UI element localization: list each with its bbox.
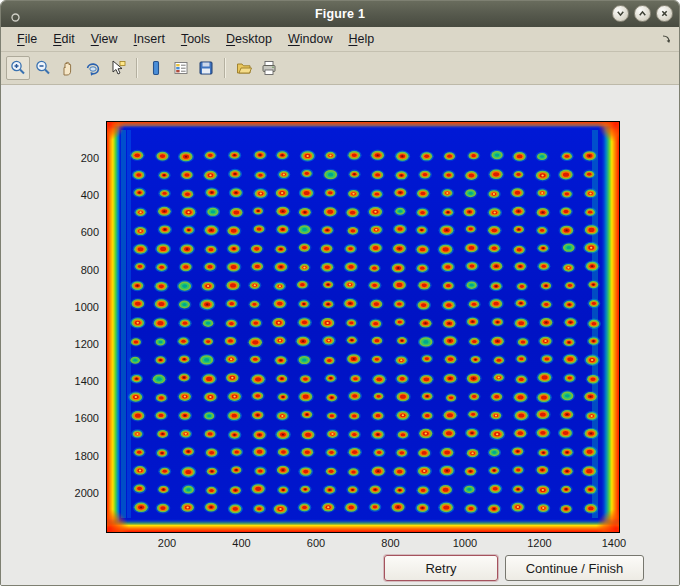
x-tick-label: 1200: [518, 537, 562, 549]
save-figure-button[interactable]: [194, 56, 218, 80]
folder-open-icon: [235, 59, 253, 77]
x-tick-label: 800: [369, 537, 413, 549]
x-tick-label: 400: [220, 537, 264, 549]
toolbar: [1, 52, 679, 85]
zoom-out-icon: [34, 59, 52, 77]
y-tick-label: 1400: [59, 375, 99, 387]
titlebar[interactable]: Figure 1: [1, 1, 679, 27]
chevron-down-icon: [615, 8, 626, 19]
window-menu-icon[interactable]: [10, 9, 21, 20]
y-tick-label: 1000: [59, 301, 99, 313]
y-tick-label: 1200: [59, 338, 99, 350]
y-tick-label: 400: [59, 189, 99, 201]
insert-colorbar-button[interactable]: [144, 56, 168, 80]
hand-icon: [59, 59, 77, 77]
y-tick-label: 600: [59, 226, 99, 238]
data-cursor-button[interactable]: [106, 56, 130, 80]
window-controls: [612, 5, 673, 22]
maximize-button[interactable]: [634, 5, 651, 22]
menu-help[interactable]: Help: [340, 29, 382, 49]
save-icon: [197, 59, 215, 77]
rotate-icon: [84, 59, 102, 77]
shade-button[interactable]: [612, 5, 629, 22]
y-tick-label: 200: [59, 152, 99, 164]
figure-window: Figure 1 File Edit View Insert Tools Des…: [0, 0, 680, 586]
y-tick-label: 1800: [59, 450, 99, 462]
print-figure-button[interactable]: [257, 56, 281, 80]
menu-tools[interactable]: Tools: [173, 29, 218, 49]
open-file-button[interactable]: [232, 56, 256, 80]
colorbar-icon: [147, 59, 165, 77]
heatmap-image[interactable]: [107, 122, 619, 532]
rotate-3d-button[interactable]: [81, 56, 105, 80]
pan-button[interactable]: [56, 56, 80, 80]
zoom-in-button[interactable]: [6, 56, 30, 80]
insert-legend-button[interactable]: [169, 56, 193, 80]
legend-icon: [172, 59, 190, 77]
y-tick-label: 800: [59, 264, 99, 276]
menu-view[interactable]: View: [83, 29, 126, 49]
zoom-in-icon: [9, 59, 27, 77]
menubar: File Edit View Insert Tools Desktop Wind…: [1, 27, 679, 52]
x-tick-label: 1000: [443, 537, 487, 549]
toolbar-separator: [224, 58, 226, 78]
y-tick-label: 1600: [59, 412, 99, 424]
menu-file[interactable]: File: [9, 29, 45, 49]
y-tick-label: 2000: [59, 487, 99, 499]
x-tick-label: 600: [294, 537, 338, 549]
zoom-out-button[interactable]: [31, 56, 55, 80]
figure-client: Retry Continue / Finish 2004006008001000…: [1, 85, 679, 586]
chevron-up-icon: [637, 8, 648, 19]
menu-edit[interactable]: Edit: [45, 29, 83, 49]
x-tick-label: 1400: [592, 537, 636, 549]
close-icon: [659, 8, 670, 19]
x-tick-label: 200: [145, 537, 189, 549]
cursor-icon: [109, 59, 127, 77]
printer-icon: [260, 59, 278, 77]
retry-button[interactable]: Retry: [384, 555, 498, 581]
close-button[interactable]: [656, 5, 673, 22]
window-title: Figure 1: [1, 7, 679, 21]
menu-window[interactable]: Window: [280, 29, 340, 49]
undock-arrow-icon[interactable]: [660, 33, 672, 45]
axes[interactable]: [106, 121, 620, 533]
menu-desktop[interactable]: Desktop: [218, 29, 280, 49]
toolbar-separator: [136, 58, 138, 78]
continue-finish-button[interactable]: Continue / Finish: [505, 555, 644, 581]
menu-insert[interactable]: Insert: [126, 29, 173, 49]
